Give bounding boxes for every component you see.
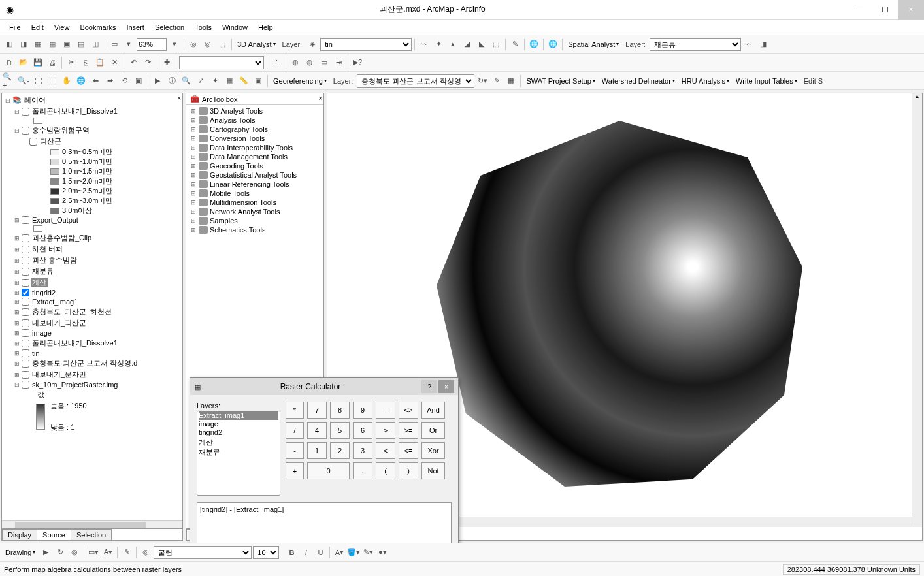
layer-checkbox[interactable]: [22, 329, 29, 337]
keypad-button[interactable]: .: [353, 462, 372, 479]
3d-analyst-dropdown[interactable]: 3D Analyst: [235, 40, 278, 48]
tool-icon[interactable]: ▦: [504, 74, 518, 88]
tab-source[interactable]: Source: [37, 529, 71, 540]
menu-insert[interactable]: Insert: [122, 22, 148, 33]
toolbox-item[interactable]: Data Management Tools: [210, 153, 288, 161]
dialog-close-button[interactable]: ×: [438, 380, 454, 393]
expand-icon[interactable]: ⊟: [5, 97, 11, 104]
menu-edit[interactable]: Edit: [27, 22, 48, 33]
keypad-button[interactable]: -: [286, 442, 304, 459]
toolbox-item[interactable]: Geostatistical Analyst Tools: [210, 171, 297, 179]
pan-icon[interactable]: ✋: [60, 74, 73, 88]
tool-icon[interactable]: ◨: [757, 38, 770, 51]
tool-icon[interactable]: 〰: [742, 38, 755, 51]
maximize-button[interactable]: ☐: [872, 0, 898, 20]
rectangle-icon[interactable]: ▭▾: [87, 546, 100, 559]
cut-icon[interactable]: ✂: [65, 56, 78, 69]
menu-window[interactable]: Window: [218, 22, 252, 33]
font-size-select[interactable]: 10: [253, 546, 279, 559]
tool-icon[interactable]: ⤢: [194, 74, 207, 88]
keypad-button[interactable]: And: [421, 402, 445, 419]
expand-icon[interactable]: ⊞: [190, 163, 197, 169]
layer-checkbox[interactable]: [29, 138, 37, 146]
georeferencing-dropdown[interactable]: Georeferencing: [271, 77, 329, 85]
undo-icon[interactable]: ↶: [127, 56, 140, 69]
expand-icon[interactable]: ⊟: [14, 217, 20, 223]
toolbox-item[interactable]: Conversion Tools: [210, 135, 265, 142]
rotate-icon[interactable]: ↻▾: [476, 74, 489, 88]
layer-checkbox[interactable]: [22, 371, 29, 379]
italic-icon[interactable]: I: [299, 546, 312, 559]
toc-root[interactable]: 레이어: [23, 95, 47, 105]
save-icon[interactable]: 💾: [31, 56, 44, 69]
tool-icon[interactable]: ◎: [139, 546, 152, 559]
tool-icon[interactable]: ◫: [89, 38, 102, 51]
measure-icon[interactable]: 📏: [237, 74, 250, 88]
layer-checkbox[interactable]: [22, 279, 29, 287]
tool-icon[interactable]: ✎: [508, 38, 521, 51]
underline-icon[interactable]: U: [314, 546, 327, 559]
hru-analysis[interactable]: HRU Analysis: [679, 77, 732, 85]
help-icon[interactable]: ▶?: [351, 56, 364, 69]
tool-icon[interactable]: ✎: [490, 74, 503, 88]
copy-icon[interactable]: ⎘: [79, 56, 92, 69]
keypad-button[interactable]: Or: [421, 422, 445, 439]
tool-icon[interactable]: ▴: [446, 38, 459, 51]
toolbox-item[interactable]: Analysis Tools: [210, 116, 256, 124]
keypad-button[interactable]: >: [376, 422, 395, 439]
layer-name[interactable]: 충청북도 괴산군 보고서 작성영.d: [31, 359, 139, 368]
watershed-delineator[interactable]: Watershed Delineator: [599, 77, 678, 85]
layer-sub[interactable]: 괴산군: [39, 136, 63, 146]
layer-checkbox[interactable]: [22, 360, 29, 368]
font-color-icon[interactable]: A▾: [333, 546, 346, 559]
tool-icon[interactable]: ▦: [46, 38, 59, 51]
expand-icon[interactable]: ⊟: [14, 127, 20, 134]
expand-icon[interactable]: ⊞: [190, 190, 197, 197]
zoom-out-icon[interactable]: 🔍-: [17, 74, 30, 88]
bold-icon[interactable]: B: [285, 546, 298, 559]
layer-checkbox[interactable]: [22, 127, 29, 135]
tool-icon[interactable]: ✦: [432, 38, 445, 51]
expand-icon[interactable]: ⊞: [14, 340, 20, 347]
toolbox-item[interactable]: Samples: [210, 217, 238, 225]
expand-icon[interactable]: ⊞: [14, 289, 20, 296]
keypad-button[interactable]: <: [376, 442, 395, 459]
tool-icon[interactable]: 〰: [418, 38, 431, 51]
keypad-button[interactable]: /: [286, 422, 304, 439]
tool-icon[interactable]: ▣: [60, 38, 73, 51]
keypad-button[interactable]: 4: [307, 422, 327, 439]
layer-name[interactable]: image: [31, 329, 53, 337]
keypad-button[interactable]: *: [286, 402, 304, 419]
toolbox-item[interactable]: Geocoding Tools: [210, 162, 263, 170]
keypad-button[interactable]: 5: [330, 422, 350, 439]
tool-icon[interactable]: ▭: [318, 56, 331, 69]
keypad-button[interactable]: +: [286, 462, 304, 479]
expand-icon[interactable]: ⊟: [14, 108, 20, 115]
back-icon[interactable]: ⬅: [89, 74, 102, 88]
layer-checkbox[interactable]: [22, 308, 29, 316]
toolbox-item[interactable]: Mobile Tools: [210, 189, 250, 197]
keypad-button[interactable]: 9: [353, 402, 372, 419]
keypad-button[interactable]: <>: [399, 402, 418, 419]
keypad-button[interactable]: ): [399, 462, 418, 479]
expand-icon[interactable]: ⊞: [190, 181, 197, 187]
panel-close-icon[interactable]: ×: [177, 95, 181, 102]
forward-icon[interactable]: ➡: [103, 74, 116, 88]
tool-icon[interactable]: ◨: [17, 38, 30, 51]
print-icon[interactable]: 🖨: [46, 56, 59, 69]
layer-name[interactable]: 괴산 홍수범람: [31, 255, 78, 265]
line-color-icon[interactable]: ✎▾: [361, 546, 374, 559]
layer-select-2[interactable]: 재분류: [650, 38, 741, 51]
menu-tools[interactable]: Tools: [191, 22, 216, 33]
layer-checkbox[interactable]: [22, 268, 29, 276]
tool-icon[interactable]: ◎: [201, 38, 214, 51]
expand-icon[interactable]: ⊞: [190, 208, 197, 215]
expand-icon[interactable]: ⊞: [14, 350, 20, 357]
layer-checkbox[interactable]: [22, 108, 29, 116]
keypad-button[interactable]: 8: [330, 402, 350, 419]
layer-option[interactable]: 재분류: [199, 447, 278, 457]
toolbox-item[interactable]: Multidimension Tools: [210, 199, 276, 206]
tool-icon[interactable]: ▣: [132, 74, 145, 88]
keypad-button[interactable]: =: [376, 402, 395, 419]
expand-icon[interactable]: ⊞: [14, 235, 20, 242]
